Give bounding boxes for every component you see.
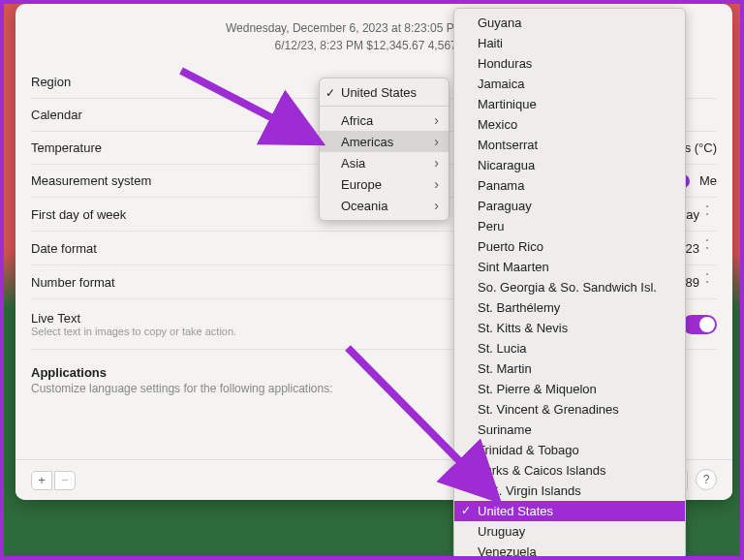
region-selected-label: United States xyxy=(341,85,417,100)
country-label: So. Georgia & So. Sandwich Isl. xyxy=(478,280,657,295)
sub-live-text: Select text in images to copy or take ac… xyxy=(31,326,236,337)
menu-separator xyxy=(320,106,449,107)
label-temperature: Temperature xyxy=(31,140,102,155)
country-item[interactable]: Martinique xyxy=(454,94,685,114)
label-date-format: Date format xyxy=(31,241,97,256)
country-item[interactable]: Haiti xyxy=(454,33,685,53)
label-number-format: Number format xyxy=(31,275,115,290)
country-item[interactable]: So. Georgia & So. Sandwich Isl. xyxy=(454,277,685,297)
country-item[interactable]: St. Pierre & Miquelon xyxy=(454,379,685,399)
country-label: St. Pierre & Miquelon xyxy=(478,382,597,396)
country-label: St. Martin xyxy=(478,361,532,376)
add-button[interactable]: + xyxy=(31,471,52,490)
country-item[interactable]: Turks & Caicos Islands xyxy=(454,460,685,481)
country-item[interactable]: U.S. Virgin Islands xyxy=(454,481,685,501)
country-item[interactable]: St. Vincent & Grenadines xyxy=(454,399,685,420)
country-item[interactable]: St. Lucia xyxy=(454,338,685,358)
help-button[interactable]: ? xyxy=(696,469,717,490)
countries-submenu[interactable]: GuyanaHaitiHondurasJamaicaMartiniqueMexi… xyxy=(453,8,686,560)
country-label: Martinique xyxy=(478,97,537,111)
stepper-icon[interactable]: ˄˅ xyxy=(705,240,717,256)
country-item[interactable]: Honduras xyxy=(454,53,685,74)
country-item[interactable]: Uruguay xyxy=(454,521,685,542)
continent-africa[interactable]: Africa xyxy=(320,109,449,131)
continent-oceania[interactable]: Oceania xyxy=(320,195,449,216)
country-item[interactable]: Paraguay xyxy=(454,196,685,216)
country-item[interactable]: Guyana xyxy=(454,13,685,33)
country-item[interactable]: Panama xyxy=(454,175,685,196)
country-label: Trinidad & Tobago xyxy=(478,443,579,457)
country-label: St. Kitts & Nevis xyxy=(478,321,568,335)
remove-button[interactable]: − xyxy=(54,471,76,490)
label-measurement: Measurement system xyxy=(31,173,151,188)
region-selected-item[interactable]: ✓ United States xyxy=(320,82,449,103)
continent-europe[interactable]: Europe xyxy=(320,173,449,195)
country-label: Honduras xyxy=(478,56,532,71)
stepper-icon[interactable]: ˄˅ xyxy=(705,206,717,222)
country-item[interactable]: Sint Maarten xyxy=(454,257,685,277)
country-label: Guyana xyxy=(478,16,522,30)
country-label: Venezuela xyxy=(478,544,537,559)
country-label: Suriname xyxy=(478,422,532,437)
country-item[interactable]: St. Kitts & Nevis xyxy=(454,318,685,338)
country-item[interactable]: ✓United States xyxy=(454,501,685,521)
country-label: United States xyxy=(478,504,553,518)
country-label: Puerto Rico xyxy=(478,239,543,254)
continent-americas[interactable]: Americas xyxy=(320,131,449,152)
country-label: Uruguay xyxy=(478,524,525,539)
country-item[interactable]: Jamaica xyxy=(454,74,685,94)
country-item[interactable]: Venezuela xyxy=(454,542,685,560)
country-label: Peru xyxy=(478,219,504,233)
toggle-live-text[interactable] xyxy=(682,315,717,334)
country-label: Jamaica xyxy=(478,77,524,91)
country-label: Paraguay xyxy=(478,199,532,213)
continent-asia[interactable]: Asia xyxy=(320,152,449,173)
country-item[interactable]: Mexico xyxy=(454,114,685,135)
check-icon: ✓ xyxy=(326,86,335,100)
country-label: St. Vincent & Grenadines xyxy=(478,402,619,417)
label-live-text: Live Text xyxy=(31,311,236,326)
label-calendar: Calendar xyxy=(31,108,82,122)
country-item[interactable]: Nicaragua xyxy=(454,155,685,175)
country-label: Panama xyxy=(478,178,524,193)
country-item[interactable]: Suriname xyxy=(454,420,685,440)
country-item[interactable]: St. Martin xyxy=(454,358,685,379)
country-label: Mexico xyxy=(478,117,517,132)
country-label: Montserrat xyxy=(478,138,538,152)
label-first-day: First day of week xyxy=(31,207,126,222)
stepper-icon[interactable]: ˄˅ xyxy=(705,274,717,290)
label-region: Region xyxy=(31,75,71,89)
country-item[interactable]: Trinidad & Tobago xyxy=(454,440,685,460)
country-label: St. Barthélemy xyxy=(478,300,560,315)
country-item[interactable]: St. Barthélemy xyxy=(454,297,685,318)
country-item[interactable]: Peru xyxy=(454,216,685,236)
country-label: U.S. Virgin Islands xyxy=(478,483,581,498)
country-label: St. Lucia xyxy=(478,341,527,356)
country-label: Haiti xyxy=(478,36,503,50)
check-icon: ✓ xyxy=(461,504,471,517)
country-label: Turks & Caicos Islands xyxy=(478,463,605,478)
country-label: Nicaragua xyxy=(478,158,535,172)
value-measurement: Me xyxy=(699,173,717,188)
region-dropdown[interactable]: ✓ United States Africa Americas Asia Eur… xyxy=(319,78,450,221)
country-item[interactable]: Puerto Rico xyxy=(454,236,685,257)
country-label: Sint Maarten xyxy=(478,260,549,274)
country-item[interactable]: Montserrat xyxy=(454,135,685,155)
